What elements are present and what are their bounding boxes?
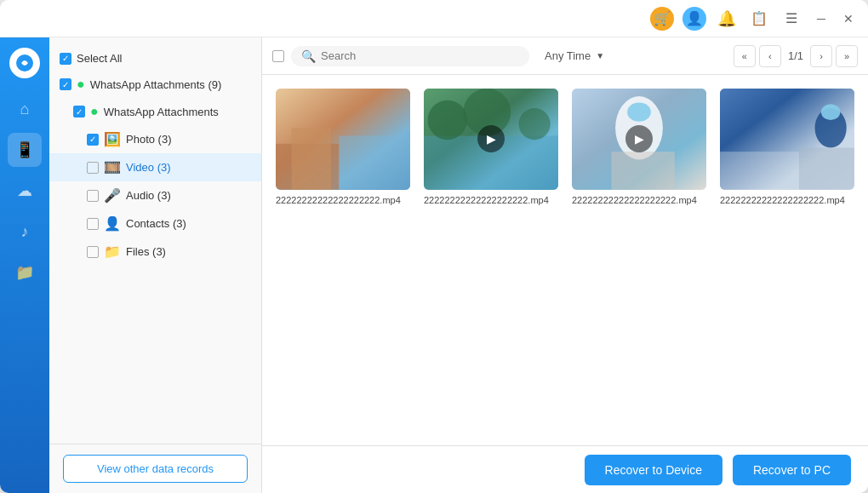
video-thumb-3[interactable]: ▶ (572, 89, 706, 190)
minimize-button[interactable]: ─ (812, 9, 831, 28)
files-label: Files (3) (126, 245, 251, 258)
next-page-button[interactable]: › (810, 45, 832, 67)
select-all-label: Select All (77, 52, 251, 65)
tree-item-whatsapp-root[interactable]: ✓ ● WhatsApp Attachments (9) (49, 71, 261, 98)
audio-label: Audio (3) (126, 189, 251, 202)
photo-icon: 🖼️ (104, 131, 121, 147)
app-logo (9, 48, 40, 78)
video-name-1: 22222222222222222222.mp4 (276, 195, 410, 205)
time-filter[interactable]: Any Time ▼ (536, 46, 613, 66)
content-area: 🔍 Any Time ▼ « ‹ 1/1 › » (262, 37, 868, 493)
tree-item-files[interactable]: 📁 Files (3) (49, 238, 261, 266)
bell-icon[interactable]: 🔔 (715, 7, 739, 31)
user-icon[interactable]: 👤 (682, 7, 706, 31)
recover-to-pc-button[interactable]: Recover to PC (733, 455, 851, 485)
close-button[interactable]: ✕ (839, 9, 858, 28)
nav-item-device[interactable]: 📱 (8, 133, 42, 167)
files-checkbox[interactable] (87, 246, 99, 258)
video-label: Video (3) (126, 161, 251, 174)
search-icon: 🔍 (301, 49, 316, 63)
content-toolbar: 🔍 Any Time ▼ « ‹ 1/1 › » (262, 37, 868, 75)
svg-point-12 (627, 102, 651, 121)
whatsapp-label: WhatsApp Attachments (104, 106, 251, 118)
svg-point-7 (428, 100, 467, 140)
svg-rect-18 (720, 152, 799, 189)
whatsapp-sub-icon: ● (90, 104, 99, 119)
title-bar: 🛒 👤 🔔 📋 ☰ ─ ✕ (0, 0, 868, 37)
video-card-3: ▶ 22222222222222222222.mp4 (572, 89, 706, 205)
pagination: « ‹ 1/1 › » (734, 45, 858, 67)
nav-sidebar: ⌂ 📱 ☁ ♪ 📁 (0, 37, 49, 493)
whatsapp-icon: ● (77, 77, 85, 92)
whatsapp-root-checkbox[interactable]: ✓ (60, 78, 71, 90)
video-thumb-4[interactable] (720, 89, 854, 190)
video-card-1: 22222222222222222222.mp4 (276, 89, 410, 205)
audio-icon: 🎤 (104, 187, 121, 204)
video-thumb-1[interactable] (276, 89, 410, 190)
video-icon: 🎞️ (104, 159, 121, 175)
svg-point-16 (821, 104, 840, 120)
search-input[interactable] (321, 49, 519, 62)
video-checkbox[interactable] (87, 162, 99, 174)
first-page-button[interactable]: « (734, 45, 756, 67)
chevron-down-icon: ▼ (596, 51, 604, 60)
select-all-checkbox[interactable]: ✓ (60, 53, 71, 65)
video-grid: 22222222222222222222.mp4 ▶ (262, 75, 868, 445)
whatsapp-root-label: WhatsApp Attachments (9) (90, 78, 251, 91)
tree-footer: View other data records (49, 444, 261, 493)
view-other-data-button[interactable]: View other data records (63, 455, 248, 483)
nav-item-cloud[interactable]: ☁ (8, 174, 42, 208)
cart-icon[interactable]: 🛒 (650, 7, 674, 31)
video-name-3: 22222222222222222222.mp4 (572, 195, 706, 205)
page-info: 1/1 (785, 49, 807, 62)
prev-page-button[interactable]: ‹ (759, 45, 781, 67)
photo-label: Photo (3) (126, 133, 251, 146)
svg-rect-3 (292, 128, 331, 189)
tree-item-audio[interactable]: 🎤 Audio (3) (49, 181, 261, 209)
video-thumb-2[interactable]: ▶ (424, 89, 558, 190)
video-card-2: ▶ 22222222222222222222.mp4 (424, 89, 558, 205)
svg-point-9 (519, 108, 551, 140)
files-icon: 📁 (104, 244, 121, 260)
svg-rect-4 (339, 136, 410, 190)
video-name-4: 22222222222222222222.mp4 (720, 195, 854, 205)
nav-item-music[interactable]: ♪ (8, 215, 42, 249)
content-footer: Recover to Device Recover to PC (262, 445, 868, 493)
play-icon-2: ▶ (477, 125, 505, 152)
tree-item-whatsapp[interactable]: ✓ ● WhatsApp Attachments (49, 98, 261, 125)
tree-content: ✓ Select All ✓ ● WhatsApp Attachments (9… (49, 37, 261, 444)
tree-item-photo[interactable]: ✓ 🖼️ Photo (3) (49, 125, 261, 153)
audio-checkbox[interactable] (87, 190, 99, 202)
play-icon-3: ▶ (625, 125, 653, 152)
app-window: 🛒 👤 🔔 📋 ☰ ─ ✕ ⌂ 📱 ☁ ♪ 📁 ✓ (0, 0, 868, 493)
last-page-button[interactable]: » (836, 45, 858, 67)
tree-item-video[interactable]: 🎞️ Video (3) (49, 153, 261, 181)
recover-to-device-button[interactable]: Recover to Device (585, 455, 722, 485)
photo-checkbox[interactable]: ✓ (87, 134, 99, 146)
svg-rect-17 (799, 147, 854, 189)
svg-rect-13 (611, 152, 674, 189)
contacts-icon: 👤 (104, 215, 121, 232)
note-icon[interactable]: 📋 (747, 7, 771, 31)
nav-item-home[interactable]: ⌂ (8, 92, 42, 126)
menu-icon[interactable]: ☰ (779, 7, 803, 31)
main-layout: ⌂ 📱 ☁ ♪ 📁 ✓ Select All ✓ ● WhatsApp Atta… (0, 37, 868, 493)
video-card-4: 22222222222222222222.mp4 (720, 89, 854, 205)
tree-item-select-all[interactable]: ✓ Select All (49, 46, 261, 71)
contacts-checkbox[interactable] (87, 218, 99, 230)
tree-panel: ✓ Select All ✓ ● WhatsApp Attachments (9… (49, 37, 262, 493)
nav-item-files[interactable]: 📁 (8, 255, 42, 289)
video-name-2: 22222222222222222222.mp4 (424, 195, 558, 205)
whatsapp-checkbox[interactable]: ✓ (73, 106, 85, 118)
tree-item-contacts[interactable]: 👤 Contacts (3) (49, 209, 261, 238)
search-box[interactable]: 🔍 (291, 46, 529, 66)
title-bar-icons: 🛒 👤 🔔 📋 ☰ ─ ✕ (650, 7, 858, 31)
toolbar-select-checkbox[interactable] (272, 50, 284, 62)
time-filter-label: Any Time (545, 49, 591, 62)
contacts-label: Contacts (3) (126, 217, 251, 230)
